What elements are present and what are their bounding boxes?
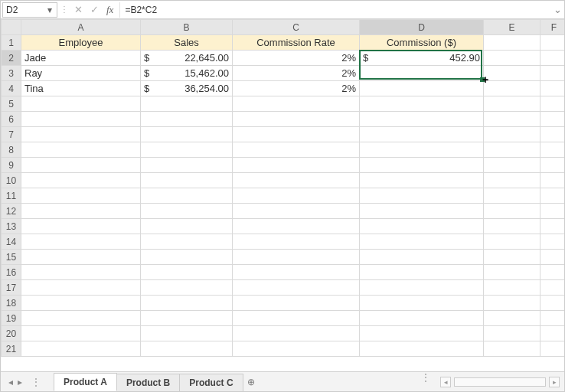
cell-E14[interactable] [484, 234, 541, 250]
cell-A16[interactable] [21, 265, 141, 280]
cell-E11[interactable] [484, 188, 541, 204]
row-header-10[interactable]: 10 [2, 173, 21, 188]
cell-C15[interactable] [233, 250, 360, 265]
cell-F9[interactable] [541, 158, 565, 173]
cell-A20[interactable] [21, 326, 141, 341]
name-box[interactable]: D2 ▾ [2, 2, 57, 18]
cell-C4[interactable]: 2% [233, 81, 360, 96]
row-header-9[interactable]: 9 [2, 158, 21, 173]
cell-C8[interactable] [233, 142, 360, 158]
cell-E7[interactable] [484, 127, 541, 142]
cell-C1[interactable]: Commission Rate [233, 35, 360, 51]
cell-E17[interactable] [484, 280, 541, 296]
cell-C12[interactable] [233, 204, 360, 219]
enter-icon[interactable]: ✓ [90, 4, 99, 15]
cell-F21[interactable] [541, 341, 565, 357]
col-header-E[interactable]: E [484, 20, 541, 35]
cell-A8[interactable] [21, 142, 141, 158]
cell-C3[interactable]: 2% [233, 66, 360, 81]
cell-D12[interactable] [360, 204, 484, 219]
cell-F17[interactable] [541, 280, 565, 296]
cell-A9[interactable] [21, 158, 141, 173]
cell-D17[interactable] [360, 280, 484, 296]
cell-B16[interactable] [141, 265, 233, 280]
row-header-1[interactable]: 1 [2, 35, 21, 51]
cell-A4[interactable]: Tina [21, 81, 141, 96]
cell-B9[interactable] [141, 158, 233, 173]
cell-F14[interactable] [541, 234, 565, 250]
cell-F5[interactable] [541, 96, 565, 112]
fx-icon[interactable]: fx [106, 4, 113, 16]
col-header-D[interactable]: D [360, 20, 484, 35]
cell-B8[interactable] [141, 142, 233, 158]
row-header-16[interactable]: 16 [2, 265, 21, 280]
cell-F18[interactable] [541, 296, 565, 311]
cell-D2[interactable]: $452.90 [360, 51, 484, 66]
cell-C14[interactable] [233, 234, 360, 250]
cell-B13[interactable] [141, 219, 233, 234]
cell-A12[interactable] [21, 204, 141, 219]
cell-C13[interactable] [233, 219, 360, 234]
cell-C11[interactable] [233, 188, 360, 204]
cell-E9[interactable] [484, 158, 541, 173]
cell-F3[interactable] [541, 66, 565, 81]
sheet-tab-product-b[interactable]: Product B [116, 374, 180, 391]
cell-E6[interactable] [484, 112, 541, 127]
cell-A5[interactable] [21, 96, 141, 112]
cell-F6[interactable] [541, 112, 565, 127]
cell-F20[interactable] [541, 326, 565, 341]
cell-F16[interactable] [541, 265, 565, 280]
cell-E20[interactable] [484, 326, 541, 341]
cell-B14[interactable] [141, 234, 233, 250]
cell-B3[interactable]: $15,462.00 [141, 66, 233, 81]
row-header-15[interactable]: 15 [2, 250, 21, 265]
cell-C5[interactable] [233, 96, 360, 112]
row-header-18[interactable]: 18 [2, 296, 21, 311]
col-header-F[interactable]: F [541, 20, 565, 35]
cell-D16[interactable] [360, 265, 484, 280]
cell-F19[interactable] [541, 311, 565, 326]
cell-B7[interactable] [141, 127, 233, 142]
hscroll-left-icon[interactable]: ◂ [440, 377, 451, 387]
cell-E10[interactable] [484, 173, 541, 188]
cell-D3[interactable] [360, 66, 484, 81]
cell-D5[interactable] [360, 96, 484, 112]
row-header-7[interactable]: 7 [2, 127, 21, 142]
cell-D19[interactable] [360, 311, 484, 326]
cell-D6[interactable] [360, 112, 484, 127]
cell-B5[interactable] [141, 96, 233, 112]
row-header-6[interactable]: 6 [2, 112, 21, 127]
cell-E12[interactable] [484, 204, 541, 219]
cell-E3[interactable] [484, 66, 541, 81]
col-header-B[interactable]: B [141, 20, 233, 35]
cell-E21[interactable] [484, 341, 541, 357]
cell-F13[interactable] [541, 219, 565, 234]
cell-B11[interactable] [141, 188, 233, 204]
row-header-2[interactable]: 2 [2, 51, 21, 66]
cell-A15[interactable] [21, 250, 141, 265]
cell-A6[interactable] [21, 112, 141, 127]
cell-A11[interactable] [21, 188, 141, 204]
cell-D13[interactable] [360, 219, 484, 234]
cell-A17[interactable] [21, 280, 141, 296]
cell-C17[interactable] [233, 280, 360, 296]
row-header-11[interactable]: 11 [2, 188, 21, 204]
cell-F10[interactable] [541, 173, 565, 188]
cell-A18[interactable] [21, 296, 141, 311]
formula-input[interactable]: =B2*C2 [119, 2, 550, 18]
col-header-C[interactable]: C [233, 20, 360, 35]
row-header-21[interactable]: 21 [2, 341, 21, 357]
cell-E13[interactable] [484, 219, 541, 234]
cell-E4[interactable] [484, 81, 541, 96]
cell-D11[interactable] [360, 188, 484, 204]
cell-F11[interactable] [541, 188, 565, 204]
tab-nav-next-icon[interactable]: ▸ [18, 377, 22, 387]
row-header-17[interactable]: 17 [2, 280, 21, 296]
cell-C7[interactable] [233, 127, 360, 142]
cell-D7[interactable] [360, 127, 484, 142]
cell-E2[interactable] [484, 51, 541, 66]
cell-B15[interactable] [141, 250, 233, 265]
cell-A1[interactable]: Employee [21, 35, 141, 51]
cell-B2[interactable]: $22,645.00 [141, 51, 233, 66]
cell-B19[interactable] [141, 311, 233, 326]
